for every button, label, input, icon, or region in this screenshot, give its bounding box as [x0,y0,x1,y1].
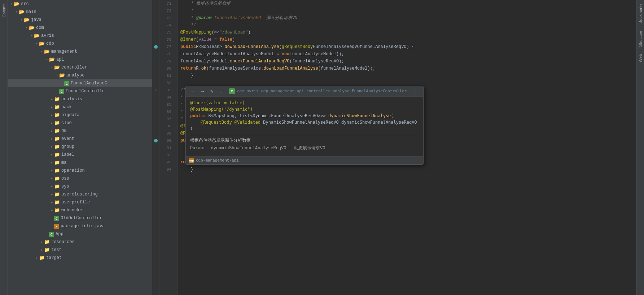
code-line-71: * 极据条件分析数据 [180,0,636,7]
popup-divider [190,135,419,135]
popup-footer-text: cdp-management-api [196,158,239,163]
tree-item-userprofile[interactable]: 📁userprofile [8,198,152,206]
tree-arrow-com [25,26,29,30]
tree-icon-back: 📁 [54,104,60,110]
tree-label-avris: avris [41,33,54,38]
tree-item-api[interactable]: 📂api [8,56,152,63]
tree-item-avris[interactable]: 📂avris [8,32,152,40]
gutter-edit-indicator [154,45,158,49]
popup-forward-btn[interactable]: → [198,88,207,95]
gutter-cell-80 [152,65,159,72]
tree-item-ma[interactable]: 📁ma [8,159,152,167]
tree-arrow-ma [50,160,54,165]
tree-label-analyse: analyse [66,73,84,78]
tree-label-resources: resources [51,239,75,245]
editor-content[interactable]: ≡ 71727374757677787980818283848586878889… [152,0,636,295]
tree-arrow-target [35,256,39,260]
fold-button[interactable]: ≡ [154,88,157,92]
tree-icon-userclustering: 📁 [54,191,60,197]
line-number-76: 76 [159,36,174,43]
tree-item-operation[interactable]: 📁operation [8,167,152,175]
tree-item-back[interactable]: 📁back [8,103,152,111]
tree-item-analyse[interactable]: 📂analyse [8,71,152,79]
tree-icon-OldOutController: C [54,216,59,221]
tree-icon-package-info.java: x [54,223,59,229]
tree-item-FunnelControlle[interactable]: CFunnelControlle [8,87,152,95]
tree-label-com: com [36,25,44,30]
tree-item-src[interactable]: 📂src [8,0,152,8]
xml-icon: x [54,224,59,229]
tree-icon-label: 📁 [54,152,60,158]
tree-arrow-dm [50,129,54,133]
tree-icon-target: 📁 [39,255,45,261]
popup-edit-btn[interactable]: ✎ [207,88,216,95]
tree-item-package-info.java[interactable]: xpackage-info.java [8,222,152,230]
line-number-85: 85 [159,101,174,108]
line-number-90: 90 [159,137,174,144]
tree-arrow-controller [50,65,54,70]
tree-icon-oss: 📁 [54,176,60,181]
web-tab[interactable]: Web [637,50,644,66]
line-number-81: 81 [159,72,174,79]
popup-back-btn[interactable]: ← [189,88,197,95]
bookmarks-tab[interactable]: Bookmarks [637,0,644,27]
gutter-cell-77 [152,43,159,50]
gutter-cell-78 [152,50,159,58]
tree-icon-clue: 📁 [54,120,60,126]
tree-arrow-clue [50,121,54,125]
tree-item-websocket[interactable]: 📁websocket [8,206,152,214]
tree-item-com[interactable]: 📂com [8,24,152,32]
tree-item-test[interactable]: 📁test [8,246,152,254]
tree-item-resources[interactable]: 📁resources [8,238,152,246]
tree-item-target[interactable]: 📁target [8,254,152,262]
popup-delete-btn[interactable]: ⊟ [217,88,225,95]
commit-tab[interactable]: Commit [1,0,7,21]
tree-item-label[interactable]: 📁label [8,151,152,159]
tree-label-OldOutController: OldOutController [61,216,102,221]
popup-footer: xml cdp-management-api [186,156,423,164]
gutter-cell-72 [152,7,159,14]
tree-item-dm[interactable]: 📁dm [8,127,152,135]
tree-item-OldOutController[interactable]: COldOutController [8,214,152,222]
tree-item-sys[interactable]: 📁sys [8,182,152,190]
file-tree-sidebar: 📂src📂main📂java📂com📂avris📂cdp📂management📂… [8,0,152,295]
code-line-72: * [180,7,636,14]
tree-item-oss[interactable]: 📁oss [8,175,152,182]
code-line-76: @Inner(value = false) [180,36,636,43]
tree-icon-event: 📁 [54,136,60,142]
tree-item-App[interactable]: CApp [8,230,152,238]
gutter-cell-91 [152,144,159,151]
tree-label-oss: oss [61,176,69,181]
tree-item-analysis[interactable]: 📁analysis [8,95,152,103]
tree-label-main: main [26,9,36,14]
tree-item-group[interactable]: 📁group [8,143,152,151]
tree-item-event[interactable]: 📁event [8,135,152,143]
tree-item-management[interactable]: 📂management [8,48,152,56]
tree-arrow-main [14,10,19,14]
tree-item-bigdata[interactable]: 📁bigdata [8,111,152,119]
tree-item-java[interactable]: 📂java [8,16,152,24]
gutter-cell-82 [152,79,159,87]
java-icon: C [59,89,64,94]
tree-label-userclustering: userclustering [61,192,98,197]
tree-item-cdp[interactable]: 📂cdp [8,40,152,48]
tree-arrow-api [45,57,49,62]
structure-tab[interactable]: Structure [637,27,644,50]
tree-arrow-websocket [50,208,54,212]
tree-item-controller[interactable]: 📂controller [8,63,152,71]
documentation-popup[interactable]: ← → ✎ ⊟ Ccom.avris.cdp.management.api.co… [185,86,424,165]
tree-item-clue[interactable]: 📁clue [8,119,152,127]
tree-label-java: java [31,17,41,22]
java-icon: C [49,232,54,237]
tree-label-bigdata: bigdata [61,113,79,118]
line-number-91: 91 [159,144,174,151]
tree-label-clue: clue [61,120,72,126]
gutter-cell-79 [152,58,159,65]
tree-icon-test: 📁 [44,247,50,253]
popup-more-btn[interactable]: ⋮ [412,88,420,95]
tree-item-FunnelAnalyseC[interactable]: CFunnelAnalyseC [8,79,152,87]
tree-item-main[interactable]: 📂main [8,8,152,16]
line-number-74: 74 [159,22,174,29]
gutter-cell-94 [152,166,159,173]
tree-item-userclustering[interactable]: 📁userclustering [8,190,152,198]
